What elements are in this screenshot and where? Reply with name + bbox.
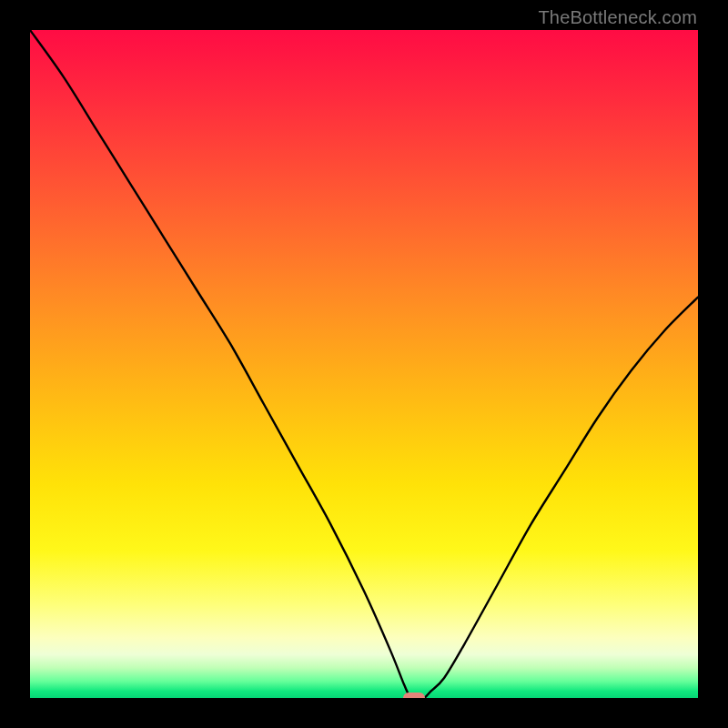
plot-area [30, 30, 698, 698]
chart-frame: TheBottleneck.com [0, 0, 728, 728]
watermark-label: TheBottleneck.com [538, 7, 697, 28]
bottleneck-curve [30, 30, 698, 698]
optimum-marker [403, 693, 424, 698]
